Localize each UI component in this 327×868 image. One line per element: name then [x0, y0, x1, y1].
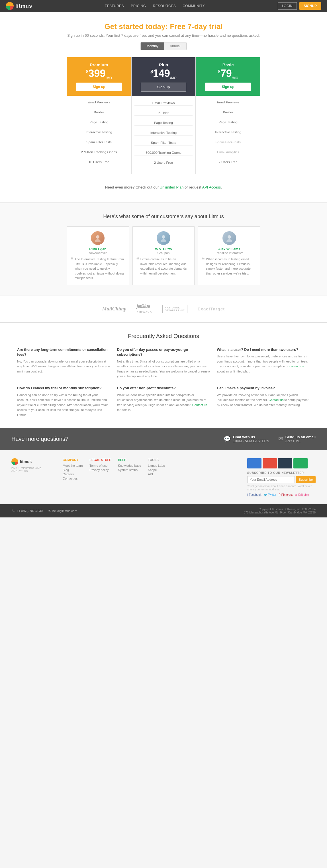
social-pinterest[interactable]: P Pinterest — [278, 493, 293, 496]
api-access-link[interactable]: API Access — [202, 185, 221, 189]
newsletter-form: Subscribe — [247, 476, 316, 483]
footer-link[interactable]: Blog — [63, 468, 83, 472]
footer-columns: COMPANY Meet the team Blog Careers Conta… — [63, 458, 242, 496]
faq-item-2: What is a user? Do I need more than two … — [217, 347, 310, 379]
footer-link[interactable]: Contact us — [63, 477, 83, 480]
premium-features: Email Previews Builder Page Testing Inte… — [67, 96, 131, 173]
feature-item: Email Previews — [199, 100, 257, 105]
footer-brand: litmus EMAIL TESTING AND ANALYTICS — [11, 458, 57, 496]
dribbble-icon: ◉ — [295, 493, 297, 496]
footer-col-heading-tools: TOOLS — [148, 458, 165, 462]
have-questions-actions: 💬 Chat with us 10AM - 5PM EASTERN ✉ Send… — [224, 435, 316, 443]
footer-newsletter: SUBSCRIBE TO OUR NEWSLETTER Subscribe Yo… — [247, 471, 316, 496]
faq-answer-0: No. You can upgrade, downgrade, or cance… — [17, 359, 110, 374]
svg-point-4 — [228, 235, 231, 239]
logo-natgeo: NATIONALGEOGRAPHIC — [162, 305, 187, 313]
pricing-cards: Premium $399/MO Sign up Email Previews B… — [67, 57, 260, 174]
testimonial-company-2: Trendline Interactive — [202, 251, 257, 255]
testimonial-card-1: W.V. Buffo Groupon ❝ Litmus continues to… — [132, 226, 195, 285]
footer-link[interactable]: Knowledge base — [118, 464, 141, 467]
faq-question-1: Do you offer day passes or pay-as-you-go… — [117, 347, 210, 358]
faq-item-0: Are there any long-term commitments or c… — [17, 347, 110, 379]
footer-screenshot-1 — [247, 458, 262, 468]
unlimited-plan-link[interactable]: Unlimited Plan — [160, 185, 184, 189]
faq-answer-1: Not at this time. Since all of our subsc… — [117, 359, 210, 379]
svg-point-0 — [96, 235, 99, 239]
faq-answer-2: Users have their own login, password, pr… — [217, 354, 310, 374]
premium-price: $399/MO — [70, 68, 128, 80]
contact-link[interactable]: contact us — [289, 365, 304, 368]
footer-link[interactable]: Careers — [63, 472, 83, 476]
quote-mark: ❝ — [70, 257, 73, 280]
footer-link[interactable]: API — [148, 472, 165, 476]
footer-phone: 📞 +1 (866) 787-7030 — [11, 509, 43, 513]
social-facebook[interactable]: f Facebook — [247, 493, 262, 496]
faq-question-4: Do you offer non-profit discounts? — [117, 386, 210, 391]
signup-button[interactable]: SIGNUP — [299, 2, 321, 10]
newsletter-subscribe-button[interactable]: Subscribe — [296, 476, 316, 483]
faq-question-0: Are there any long-term commitments or c… — [17, 347, 110, 358]
hero-title-highlight: Free 7-day trial — [170, 22, 222, 31]
nav-pricing[interactable]: Pricing — [131, 4, 146, 8]
pricing-card-premium: Premium $399/MO Sign up Email Previews B… — [67, 57, 131, 174]
footer-bottom: 📞 +1 (866) 787-7030 ✉ hello@litmus.com C… — [0, 504, 327, 518]
login-button[interactable]: LOGIN — [278, 2, 297, 10]
footer-link[interactable]: Litmus Labs — [148, 464, 165, 467]
social-twitter[interactable]: 🐦 Twitter — [264, 493, 276, 496]
toggle-annual[interactable]: Annual — [164, 42, 186, 50]
logo-icon — [6, 2, 14, 10]
nav-community[interactable]: Community — [183, 4, 205, 8]
feature-item: Interactive Testing — [199, 130, 257, 135]
footer-link[interactable]: Privacy policy — [89, 468, 111, 472]
testimonial-card-0: Ruth Egan Newsweaver ❝ The Interactive T… — [67, 226, 129, 285]
facebook-icon: f — [247, 493, 248, 496]
chat-subtitle: 10AM - 5PM EASTERN — [233, 439, 269, 443]
feature-item-disabled: Spam Filter Tests — [199, 140, 257, 145]
toggle-monthly[interactable]: Monthly — [141, 42, 164, 50]
svg-point-3 — [161, 239, 166, 242]
premium-signup-button[interactable]: Sign up — [76, 83, 122, 91]
contact-link-3[interactable]: Contact us — [269, 398, 284, 402]
faq-item-5: Can I make a payment by invoice? We prov… — [217, 386, 310, 417]
footer-col-tools: TOOLS Litmus Labs Scope API — [148, 458, 165, 496]
footer-col-heading-company: COMPANY — [63, 458, 83, 462]
quote-mark: ❝ — [136, 257, 139, 276]
faq-answer-5: We provide an invoicing option for our a… — [217, 393, 310, 408]
svg-point-1 — [95, 239, 100, 242]
feature-item: Spam Filter Tests — [135, 140, 193, 146]
email-subtitle: ANYTIME — [286, 439, 316, 443]
billing-toggle[interactable]: Monthly Annual — [141, 42, 186, 50]
feature-item: Interactive Testing — [70, 130, 128, 135]
faq-answer-3: Canceling can be done easily within the … — [17, 393, 110, 418]
footer-images — [247, 458, 316, 468]
newsletter-note: You'll get an email about once a month. … — [247, 485, 316, 491]
testimonial-company-0: Newsweaver — [70, 251, 125, 255]
footer-link[interactable]: Terms of use — [89, 464, 111, 467]
footer-right: SUBSCRIBE TO OUR NEWSLETTER Subscribe Yo… — [247, 458, 316, 496]
basic-price: $79/MO — [199, 68, 257, 80]
footer-link[interactable]: Meet the team — [63, 464, 83, 467]
email-action[interactable]: ✉ Send us an email ANYTIME — [278, 435, 316, 443]
unlimited-text: Need even more? — [105, 185, 135, 189]
chat-action[interactable]: 💬 Chat with us 10AM - 5PM EASTERN — [224, 435, 269, 443]
logo: litmus — [6, 2, 32, 10]
testimonial-quote-2: When it comes to testing email designs f… — [206, 257, 257, 276]
avatar-icon — [225, 234, 234, 242]
contact-link-2[interactable]: Contact us — [192, 403, 207, 407]
feature-item: 2 Million Tracking Opens — [70, 150, 128, 155]
logo-jetblue: jetBlueAIRWAYS — [137, 304, 152, 314]
plus-signup-button[interactable]: Sign up — [141, 83, 186, 92]
pricing-card-plus: Plus $149/MO Sign up Email Previews Buil… — [131, 57, 196, 174]
faq-item-3: How do I cancel my trial or monthly subs… — [17, 386, 110, 417]
nav-features[interactable]: Features — [105, 4, 124, 8]
footer-link[interactable]: System status — [118, 468, 141, 472]
testimonials-section: Here's what some of our customers say ab… — [0, 203, 327, 296]
social-dribbble[interactable]: ◉ Dribbble — [295, 493, 309, 496]
basic-signup-button[interactable]: Sign up — [205, 83, 251, 91]
social-links: f Facebook 🐦 Twitter P Pinterest ◉ Dribb… — [247, 493, 316, 496]
newsletter-email-input[interactable] — [247, 476, 295, 483]
footer-contact: 📞 +1 (866) 787-7030 ✉ hello@litmus.com — [11, 509, 77, 513]
footer-link[interactable]: Scope — [148, 468, 165, 472]
nav-resources[interactable]: Resources — [153, 4, 176, 8]
footer-col-legal: LEGAL STUFF Terms of use Privacy policy — [89, 458, 111, 496]
